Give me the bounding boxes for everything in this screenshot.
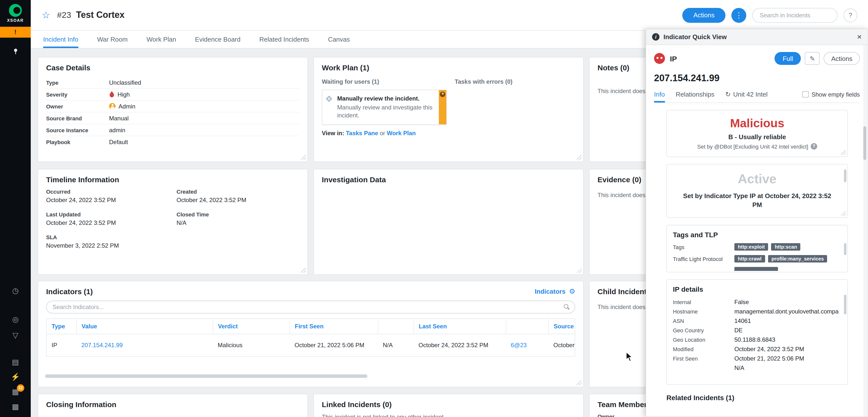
- card-scrollbar[interactable]: [844, 295, 846, 315]
- tag-badge[interactable]: profile:many_services: [768, 255, 827, 263]
- field-label: First Seen: [673, 356, 734, 361]
- verdict-reliability: B - Usually reliable: [672, 133, 842, 141]
- lightning-icon[interactable]: ⚡: [0, 373, 31, 381]
- col-verdict[interactable]: Verdict: [213, 319, 289, 334]
- history-icon[interactable]: ◷: [0, 286, 31, 295]
- pin-icon[interactable]: [0, 47, 31, 57]
- favorite-star-icon[interactable]: ☆: [42, 9, 50, 21]
- panel-scrollbar-track[interactable]: [863, 45, 868, 417]
- full-view-button[interactable]: Full: [775, 52, 801, 65]
- tab-relationships[interactable]: Relationships: [676, 91, 714, 98]
- card-scrollbar[interactable]: [844, 243, 846, 255]
- tasks-pane-link[interactable]: Tasks Pane: [346, 130, 378, 137]
- alert-banner-icon[interactable]: !: [0, 27, 31, 38]
- work-plan-columns: Waiting for users (1) Manually review th…: [322, 77, 575, 137]
- horizontal-scrollbar[interactable]: [45, 374, 367, 378]
- field-label: Severity: [46, 91, 109, 97]
- edit-button[interactable]: ✎: [805, 52, 820, 65]
- status-set-by: Set by Indicator Type IP at October 24, …: [682, 192, 833, 210]
- resize-handle[interactable]: [577, 155, 582, 160]
- panel-scrollbar-thumb[interactable]: [863, 126, 866, 160]
- tag-badge[interactable]: http:scan: [771, 243, 801, 251]
- archive-icon[interactable]: ▦: [0, 387, 31, 396]
- tag-badge[interactable]: http:crawl: [734, 255, 765, 263]
- cell-first-seen: October 21, 2022 5:06 PM: [289, 334, 378, 356]
- filter-icon[interactable]: ▽: [0, 331, 31, 340]
- field-value: N/A: [734, 364, 744, 372]
- ip-details-card: IP details Internal False Hostname manag…: [666, 280, 848, 385]
- resize-handle[interactable]: [301, 268, 306, 273]
- case-row-source-brand: Source Brand Manual: [46, 112, 300, 124]
- timeline-grid: Occurred October 24, 2022 3:52 PM Create…: [46, 189, 300, 249]
- refresh-icon: ↻: [725, 91, 731, 98]
- show-empty-fields-toggle[interactable]: Show empty fields: [802, 91, 860, 98]
- cell-incident: 6@23: [506, 334, 549, 356]
- task-card[interactable]: Manually review the incident. Manually r…: [322, 90, 447, 125]
- field-label: Closed Time: [177, 211, 300, 217]
- close-icon[interactable]: ×: [857, 33, 862, 41]
- tab-war-room[interactable]: War Room: [97, 31, 128, 48]
- view-in-row: View in: Tasks Pane or Work Plan: [322, 130, 455, 137]
- indicators-link[interactable]: Indicators: [535, 287, 565, 295]
- indicator-value-link[interactable]: 207.154.241.99: [81, 342, 123, 349]
- tab-canvas[interactable]: Canvas: [328, 31, 350, 48]
- grid-icon[interactable]: ▩: [0, 402, 31, 411]
- col-last-seen[interactable]: Last Seen: [413, 319, 506, 334]
- resize-handle[interactable]: [841, 211, 846, 216]
- timeline-field-occurred: Occurred October 24, 2022 3:52 PM: [46, 189, 177, 204]
- indicators-search-input[interactable]: [46, 301, 575, 313]
- incident-ref-link[interactable]: 6@23: [511, 342, 527, 349]
- indicators-table-header: Type Value Verdict First Seen Last Seen …: [46, 319, 575, 334]
- field-value: October 24, 2022 3:52 PM: [46, 219, 177, 226]
- owner-value[interactable]: Admin: [119, 103, 135, 110]
- tab-unit42-intel[interactable]: ↻ Unit 42 Intel: [725, 91, 768, 98]
- field-value: High: [109, 91, 130, 98]
- more-menu-button[interactable]: ⋮: [732, 8, 746, 23]
- indicator-row[interactable]: IP 207.154.241.99 Malicious October 21, …: [46, 334, 575, 356]
- tab-evidence-board[interactable]: Evidence Board: [195, 31, 241, 48]
- col-blank-2[interactable]: [506, 319, 549, 334]
- indicator-actions-button[interactable]: Actions: [824, 52, 860, 65]
- resize-handle[interactable]: [841, 150, 846, 155]
- resize-handle[interactable]: [301, 155, 306, 160]
- tlp-row: Traffic Light Protocol http:crawl profil…: [673, 255, 841, 263]
- tab-incident-info[interactable]: Incident Info: [43, 31, 79, 48]
- quick-view-buttons: Full ✎ Actions: [775, 52, 860, 65]
- question-icon[interactable]: ?: [811, 143, 817, 149]
- severity-value: High: [118, 91, 130, 98]
- help-button[interactable]: ?: [843, 8, 857, 22]
- tag-badge[interactable]: http:exploit: [734, 243, 768, 251]
- quick-view-tabs: Info Relationships ↻ Unit 42 Intel Show …: [654, 91, 860, 103]
- layers-icon[interactable]: ▤: [0, 357, 31, 367]
- ip-detail-row: Hostname managemental.dont.youlovethat.c…: [673, 307, 841, 316]
- card-scrollbar[interactable]: [844, 169, 846, 182]
- clipped-badge: [734, 267, 778, 271]
- search-incidents-input[interactable]: [752, 8, 837, 23]
- pencil-icon: ✎: [810, 55, 815, 62]
- field-label: Internal: [673, 299, 734, 305]
- show-empty-checkbox[interactable]: [802, 91, 808, 98]
- indicators-settings-gear-icon[interactable]: ⚙: [569, 287, 575, 295]
- indicator-type-row: IP Full ✎ Actions: [654, 52, 860, 65]
- tab-info[interactable]: Info: [654, 91, 665, 98]
- verdict-set-by: Set by @DBot [Excluding Unit 42 Intel ve…: [672, 143, 842, 149]
- col-first-seen[interactable]: First Seen: [289, 319, 378, 334]
- work-plan-link[interactable]: Work Plan: [387, 130, 416, 137]
- field-label: Source Brand: [46, 115, 109, 121]
- info-icon: i: [652, 33, 659, 41]
- xsoar-logo[interactable]: XSOAR: [0, 0, 31, 23]
- or-label: or: [380, 130, 385, 137]
- tab-work-plan[interactable]: Work Plan: [147, 31, 176, 48]
- col-value[interactable]: Value: [76, 319, 213, 334]
- indicators-table: Type Value Verdict First Seen Last Seen …: [46, 318, 575, 356]
- col-type[interactable]: Type: [46, 319, 76, 334]
- tab-related-incidents[interactable]: Related Incidents: [259, 31, 309, 48]
- target-icon[interactable]: ◎: [0, 315, 31, 324]
- owner-avatar: [109, 103, 116, 109]
- tab-unit42-label: Unit 42 Intel: [733, 91, 768, 98]
- actions-button[interactable]: Actions: [683, 8, 725, 23]
- resize-handle[interactable]: [577, 380, 582, 385]
- col-source[interactable]: Source Ti: [549, 319, 575, 334]
- col-blank-1[interactable]: [378, 319, 413, 334]
- resize-handle[interactable]: [577, 268, 582, 273]
